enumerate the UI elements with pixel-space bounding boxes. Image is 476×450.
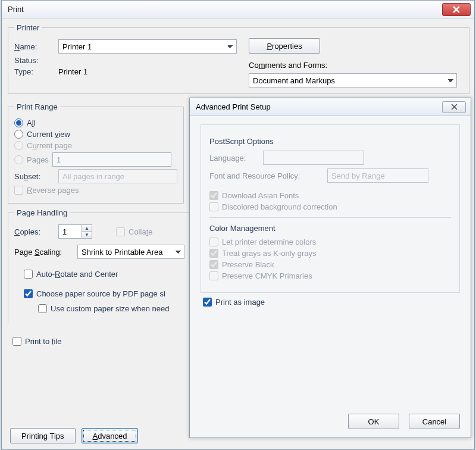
choose-paper-source-checkbox[interactable] [24,289,33,298]
copies-input[interactable] [58,224,82,239]
preserve-black-checkbox [209,260,218,269]
range-all-radio[interactable] [14,118,23,127]
copies-down-button[interactable]: ▼ [82,232,92,238]
preserve-cmyk-checkbox [209,271,218,280]
k-only-grays-checkbox [209,249,218,258]
range-all-label: All [27,118,35,127]
preserve-cmyk-label: Preserve CMYK Primaries [222,271,312,280]
copies-up-button[interactable]: ▲ [82,225,92,232]
close-icon [451,104,458,110]
comments-forms-select[interactable]: Document and Markups [249,73,457,88]
range-pages-input [52,152,171,167]
subset-select: All pages in range [58,169,177,183]
language-label: Language: [209,154,257,162]
range-current-page-radio [14,141,23,150]
printer-name-select[interactable]: Printer 1 [58,39,237,54]
advanced-close-button[interactable] [442,101,466,113]
comments-label: Comments and Forms: [249,61,463,70]
copies-label: Copies: [14,227,52,236]
download-asian-fonts-checkbox [209,191,218,200]
ok-button[interactable]: OK [348,414,399,429]
collate-checkbox [116,227,125,236]
printing-tips-button[interactable]: Printing Tips [10,428,76,443]
print-to-file-checkbox[interactable] [12,337,21,346]
k-only-grays-label: Treat grays as K-only grays [222,249,316,258]
discolored-bg-checkbox [209,202,218,211]
range-current-view-radio[interactable] [14,130,23,139]
page-handling-group: Page Handling Copies: ▲ ▼ Collate [8,208,191,324]
print-as-image-checkbox[interactable] [203,298,212,307]
printer-determine-colors-label: Let printer determine colors [222,238,316,246]
color-management-heading: Color Management [209,224,451,233]
printer-determine-colors-checkbox [209,238,218,246]
postscript-heading: PostScript Options [209,137,451,146]
range-current-page-label: Current page [27,141,72,150]
page-handling-legend: Page Handling [14,208,70,217]
print-to-file-label: Print to file [25,337,61,346]
status-label: Status: [14,56,52,65]
copies-spinner[interactable]: ▲ ▼ [58,224,92,239]
printer-legend: Printer [14,23,42,32]
advanced-button[interactable]: Advanced [82,428,139,443]
range-pages-radio [14,155,23,164]
advanced-print-setup-dialog: Advanced Print Setup PostScript Options … [189,98,471,438]
auto-rotate-label: Auto-Rotate and Center [36,270,118,279]
type-value: Printer 1 [58,67,87,76]
print-title: Print [8,5,24,14]
printer-group: Printer Name: Printer 1 Status: Type: Pr… [8,23,469,94]
language-select [263,151,364,165]
subset-label: Subset: [14,172,52,181]
print-range-legend: Print Range [14,102,60,111]
choose-paper-source-label: Choose paper source by PDF page si [36,289,165,298]
discolored-bg-label: Discolored background correction [222,202,337,211]
close-button[interactable] [442,3,471,16]
reverse-pages-label: Reverse pages [27,186,79,195]
range-pages-label: Pages [27,155,49,164]
preserve-black-label: Preserve Black [222,260,274,269]
policy-label: Font and Resource Policy: [209,171,321,180]
print-range-group: Print Range All Current view Current pag… [8,102,184,204]
custom-paper-size-label: Use custom paper size when need [51,304,169,313]
name-label: Name: [14,42,52,51]
close-icon [453,6,460,13]
advanced-titlebar: Advanced Print Setup [190,98,471,116]
reverse-pages-checkbox [14,186,23,195]
auto-rotate-checkbox[interactable] [24,270,33,279]
print-as-image-label: Print as image [215,298,265,307]
page-scaling-select[interactable]: Shrink to Printable Area [77,245,184,259]
postscript-options-group: PostScript Options Language: Font and Re… [201,124,460,293]
properties-button[interactable]: Properties [249,38,320,54]
scaling-label: Page Scaling: [14,248,71,257]
policy-select: Send by Range [327,168,428,183]
advanced-title: Advanced Print Setup [196,102,271,111]
cancel-button[interactable]: Cancel [409,414,460,429]
collate-label: Collate [129,227,152,236]
custom-paper-size-checkbox[interactable] [38,304,47,313]
download-asian-fonts-label: Download Asian Fonts [222,191,299,200]
range-current-view-label: Current view [27,130,70,139]
type-label: Type: [14,67,52,76]
print-titlebar: Print [2,1,474,18]
